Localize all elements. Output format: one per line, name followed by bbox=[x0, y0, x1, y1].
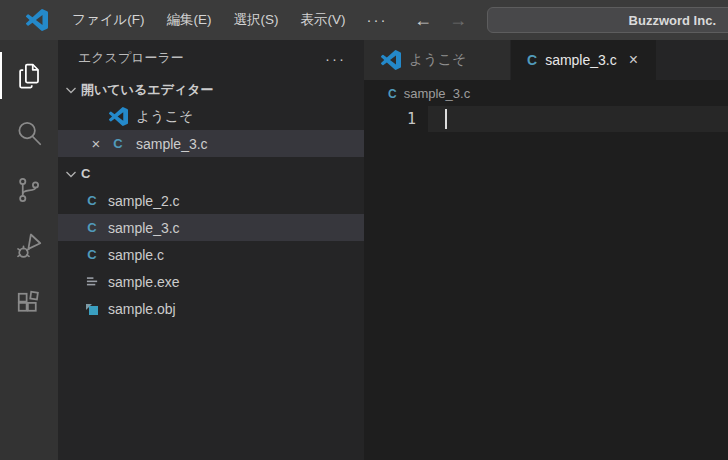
breadcrumb-file: sample_3.c bbox=[404, 86, 470, 101]
vscode-logo-icon bbox=[26, 9, 48, 31]
activity-bar bbox=[0, 40, 58, 460]
chevron-down-icon bbox=[63, 166, 79, 182]
current-line-highlight bbox=[428, 106, 728, 132]
open-editors-header[interactable]: 開いているエディター bbox=[58, 76, 364, 103]
debug-icon bbox=[14, 232, 44, 262]
sidebar-actions-button[interactable]: ··· bbox=[325, 50, 346, 67]
vscode-window: ファイル(F) 編集(E) 選択(S) 表示(V) ··· ← → Buzzwo… bbox=[0, 0, 728, 460]
obj-file-icon bbox=[85, 302, 99, 316]
folder-header-c[interactable]: C bbox=[58, 160, 364, 187]
activity-source-control-button[interactable] bbox=[0, 161, 58, 218]
c-file-icon: C bbox=[85, 220, 99, 235]
menu-more-button[interactable]: ··· bbox=[357, 1, 398, 39]
activity-run-debug-button[interactable] bbox=[0, 218, 58, 275]
tab-label: sample_3.c bbox=[545, 52, 617, 68]
open-editor-label: sample_3.c bbox=[136, 136, 208, 152]
tab-sample3c[interactable]: C sample_3.c × bbox=[511, 40, 656, 80]
tab-welcome[interactable]: ようこそ bbox=[364, 40, 511, 80]
open-editors-label: 開いているエディター bbox=[81, 81, 213, 99]
menu-view[interactable]: 表示(V) bbox=[290, 0, 357, 40]
extensions-icon bbox=[14, 289, 44, 319]
open-editor-welcome[interactable]: ようこそ bbox=[58, 103, 364, 130]
code-area[interactable]: 1 bbox=[364, 106, 728, 460]
tab-label: ようこそ bbox=[409, 51, 466, 69]
file-row-samplec[interactable]: C sample.c bbox=[58, 241, 364, 268]
open-editor-label: ようこそ bbox=[136, 108, 193, 126]
c-file-icon: C bbox=[108, 136, 128, 151]
c-file-icon: C bbox=[85, 247, 99, 262]
forward-arrow-icon[interactable]: → bbox=[449, 10, 467, 31]
command-center-search[interactable]: Buzzword Inc. bbox=[487, 7, 728, 33]
tab-bar: ようこそ C sample_3.c × bbox=[364, 40, 728, 80]
activity-explorer-button[interactable] bbox=[0, 47, 58, 104]
activity-extensions-button[interactable] bbox=[0, 275, 58, 332]
back-arrow-icon[interactable]: ← bbox=[414, 10, 432, 31]
folder-label: C bbox=[81, 166, 90, 181]
menu-bar: ファイル(F) 編集(E) 選択(S) 表示(V) ··· bbox=[61, 0, 398, 40]
sidebar-title: エクスプローラー bbox=[78, 49, 184, 67]
sidebar-title-row: エクスプローラー ··· bbox=[58, 40, 364, 76]
file-row-sample2c[interactable]: C sample_2.c bbox=[58, 187, 364, 214]
breadcrumb[interactable]: C sample_3.c bbox=[364, 80, 728, 106]
exe-file-icon bbox=[85, 275, 99, 288]
explorer-sidebar: エクスプローラー ··· 開いているエディター ようこそ × C sa bbox=[58, 40, 364, 460]
file-row-sample3c[interactable]: C sample_3.c bbox=[58, 214, 364, 241]
close-icon[interactable]: × bbox=[89, 137, 103, 151]
close-icon[interactable]: × bbox=[629, 52, 638, 68]
search-icon bbox=[14, 118, 44, 148]
git-branch-icon bbox=[14, 175, 44, 205]
menu-edit[interactable]: 編集(E) bbox=[156, 0, 223, 40]
history-nav: ← → bbox=[414, 0, 467, 40]
chevron-down-icon bbox=[63, 82, 79, 98]
activity-search-button[interactable] bbox=[0, 104, 58, 161]
menu-file[interactable]: ファイル(F) bbox=[61, 0, 156, 40]
menu-selection[interactable]: 選択(S) bbox=[223, 0, 290, 40]
open-editor-sample3[interactable]: × C sample_3.c bbox=[58, 130, 364, 157]
command-center-text: Buzzword Inc. bbox=[629, 13, 716, 28]
c-file-icon: C bbox=[527, 52, 537, 68]
title-bar: ファイル(F) 編集(E) 選択(S) 表示(V) ··· ← → Buzzwo… bbox=[0, 0, 728, 40]
files-icon bbox=[14, 61, 44, 91]
file-row-sampleexe[interactable]: sample.exe bbox=[58, 268, 364, 295]
vscode-logo-icon bbox=[108, 107, 128, 126]
editor-group: ようこそ C sample_3.c × C sample_3.c 1 bbox=[364, 40, 728, 460]
file-row-sampleobj[interactable]: sample.obj bbox=[58, 295, 364, 322]
c-file-icon: C bbox=[85, 193, 99, 208]
text-cursor bbox=[445, 109, 447, 129]
c-file-icon: C bbox=[388, 86, 397, 101]
line-number: 1 bbox=[364, 110, 416, 128]
code-line-1[interactable]: 1 bbox=[364, 106, 728, 132]
vscode-logo-icon bbox=[381, 50, 401, 70]
